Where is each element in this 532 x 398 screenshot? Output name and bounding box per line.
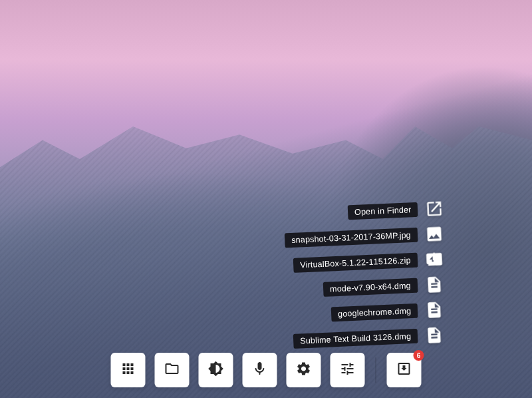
download-item-label: Sublime Text Build 3126.dmg bbox=[293, 329, 418, 349]
download-item-open-finder[interactable]: Open in Finder bbox=[347, 198, 445, 222]
download-item-label: googlechrome.dmg bbox=[331, 303, 418, 322]
folder-icon bbox=[164, 361, 180, 379]
download-icon bbox=[396, 361, 412, 379]
dock-separator bbox=[376, 357, 376, 383]
dock-brightness[interactable] bbox=[199, 353, 233, 387]
archive-icon bbox=[424, 249, 444, 270]
dock-downloads[interactable]: 6 bbox=[387, 353, 422, 387]
mic-icon bbox=[252, 361, 268, 379]
download-item-label: snapshot-03-31-2017-36MP.jpg bbox=[285, 228, 418, 248]
download-item-mode[interactable]: mode-v7.90-x64.dmg bbox=[323, 274, 445, 299]
brightness-icon bbox=[208, 361, 224, 379]
download-item-virtualbox[interactable]: VirtualBox-5.1.22-115126.zip bbox=[293, 249, 445, 276]
file-icon bbox=[424, 299, 444, 320]
dock: 6 bbox=[111, 353, 422, 387]
download-item-label: VirtualBox-5.1.22-115126.zip bbox=[293, 253, 418, 273]
download-item-label: mode-v7.90-x64.dmg bbox=[323, 278, 418, 297]
download-item-chrome[interactable]: googlechrome.dmg bbox=[331, 299, 444, 324]
gear-icon bbox=[296, 361, 312, 379]
downloads-badge: 6 bbox=[414, 350, 424, 361]
dock-microphone[interactable] bbox=[243, 353, 277, 387]
dock-settings[interactable] bbox=[287, 353, 321, 387]
open-external-icon bbox=[424, 198, 444, 219]
grid-icon bbox=[120, 361, 136, 379]
dock-files[interactable] bbox=[155, 353, 190, 387]
image-icon bbox=[424, 224, 444, 244]
download-item-snapshot[interactable]: snapshot-03-31-2017-36MP.jpg bbox=[285, 224, 445, 250]
dock-apps-grid[interactable] bbox=[111, 353, 146, 387]
file-icon bbox=[424, 274, 444, 295]
download-item-label: Open in Finder bbox=[347, 202, 418, 220]
file-icon bbox=[424, 325, 444, 345]
downloads-popup: Open in Finder snapshot-03-31-2017-36MP.… bbox=[285, 198, 444, 345]
dock-equalizer[interactable] bbox=[331, 353, 365, 387]
sliders-icon bbox=[340, 361, 356, 379]
